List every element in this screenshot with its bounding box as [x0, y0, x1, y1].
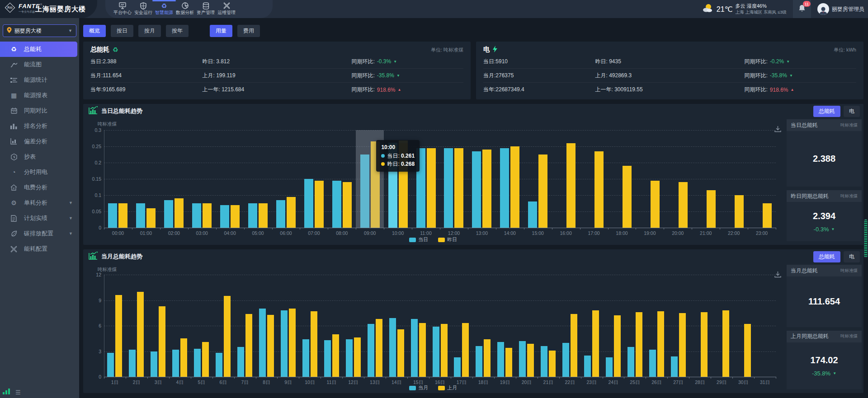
bar-上月-22日[interactable]: [571, 314, 577, 377]
bar-昨日-11:00[interactable]: [427, 148, 436, 228]
nav-item-资产管理[interactable]: 资产管理: [195, 0, 216, 18]
bar-上月-11日[interactable]: [332, 334, 339, 377]
green-steps-icon[interactable]: [3, 388, 10, 396]
tab-概览[interactable]: 概览: [83, 25, 106, 37]
bar-昨日-12:00[interactable]: [454, 148, 463, 228]
bar-昨日-22:00[interactable]: [735, 195, 744, 228]
tab-费用[interactable]: 费用: [237, 25, 260, 37]
bar-当日-07:00[interactable]: [304, 179, 313, 228]
bar-上月-30日[interactable]: [744, 324, 751, 377]
bar-当日-14:00[interactable]: [500, 148, 509, 228]
bar-上月-8日[interactable]: [267, 315, 274, 377]
bar-上月-1日[interactable]: [115, 295, 122, 377]
bar-上月-18日[interactable]: [484, 339, 491, 377]
bar-当月-4日[interactable]: [172, 350, 179, 377]
bar-昨日-00:00[interactable]: [118, 203, 127, 228]
bar-上月-24日[interactable]: [614, 315, 621, 377]
tab-用量[interactable]: 用量: [210, 25, 232, 37]
sidebar-item-抄表[interactable]: 抄表: [0, 149, 79, 164]
bar-昨日-03:00[interactable]: [203, 203, 212, 228]
download-icon[interactable]: [774, 271, 781, 280]
bar-上月-2日[interactable]: [137, 292, 144, 377]
bar-当月-1日[interactable]: [107, 353, 114, 377]
tab-按年[interactable]: 按年: [166, 25, 189, 37]
bar-当月-7日[interactable]: [237, 347, 244, 377]
section-button-总能耗[interactable]: 总能耗: [813, 251, 840, 262]
bar-上月-25日[interactable]: [636, 312, 642, 377]
bar-当月-3日[interactable]: [151, 351, 157, 377]
bar-当月-27日[interactable]: [671, 356, 678, 377]
nav-item-安全运行[interactable]: 安全运行: [133, 0, 154, 18]
bar-昨日-16:00[interactable]: [566, 143, 576, 228]
bar-当月-9日[interactable]: [281, 310, 288, 377]
bar-上月-27日[interactable]: [679, 313, 686, 377]
bar-上月-20日[interactable]: [527, 344, 534, 377]
bar-当月-22日[interactable]: [562, 343, 569, 377]
bar-上月-3日[interactable]: [159, 306, 165, 377]
collapse-menu-icon[interactable]: ☰: [15, 389, 21, 396]
bar-上月-26日[interactable]: [657, 311, 664, 377]
bar-昨日-07:00[interactable]: [315, 181, 324, 228]
notification-bell-button[interactable]: 11: [793, 0, 811, 18]
bar-昨日-18:00[interactable]: [623, 166, 632, 228]
section-button-电[interactable]: 电: [844, 251, 860, 262]
bar-昨日-02:00[interactable]: [175, 198, 184, 228]
bar-当日-02:00[interactable]: [164, 200, 173, 228]
sidebar-item-总能耗[interactable]: ♻总能耗: [0, 42, 77, 57]
bar-当日-04:00[interactable]: [220, 205, 229, 228]
user-menu[interactable]: 丽婴房管理员: [817, 3, 864, 15]
bar-上月-23日[interactable]: [592, 310, 599, 377]
bar-当日-08:00[interactable]: [332, 181, 341, 228]
bar-当月-8日[interactable]: [259, 309, 266, 377]
bar-当月-18日[interactable]: [476, 346, 482, 377]
legend-item-上月[interactable]: 上月: [438, 384, 457, 391]
bar-上月-9日[interactable]: [289, 309, 296, 377]
bar-当日-12:00[interactable]: [444, 148, 453, 228]
bar-当日-13:00[interactable]: [472, 151, 481, 228]
sidebar-item-偏差分析[interactable]: 偏差分析: [0, 134, 79, 149]
bar-当月-19日[interactable]: [497, 342, 504, 377]
bar-上月-28日[interactable]: [701, 312, 708, 377]
bar-昨日-15:00[interactable]: [538, 155, 547, 228]
bar-上月-14日[interactable]: [397, 329, 404, 377]
building-selector[interactable]: 丽婴房大楼 ▼: [3, 24, 76, 37]
bar-当月-26日[interactable]: [649, 350, 656, 377]
nav-item-数据分析[interactable]: 数据分析: [175, 0, 195, 18]
bar-当日-03:00[interactable]: [192, 203, 201, 228]
sidebar-item-能源统计[interactable]: 能源统计: [0, 72, 79, 88]
nav-item-平台中心[interactable]: 平台中心: [112, 0, 133, 18]
bar-当月-20日[interactable]: [519, 341, 526, 377]
tab-按日[interactable]: 按日: [111, 25, 133, 37]
bar-当月-21日[interactable]: [541, 346, 547, 377]
legend-item-当月[interactable]: 当月: [409, 384, 428, 391]
bar-上月-21日[interactable]: [549, 351, 556, 377]
sidebar-item-电费分析[interactable]: 电费分析: [0, 180, 79, 195]
sidebar-item-能流图[interactable]: 能流图: [0, 57, 79, 72]
bar-上月-10日[interactable]: [311, 311, 317, 377]
bar-上月-16日[interactable]: [441, 324, 448, 377]
bar-当月-17日[interactable]: [454, 357, 461, 377]
sidebar-item-分时用电[interactable]: ◔分时用电: [0, 164, 79, 180]
bar-当日-05:00[interactable]: [248, 203, 257, 228]
bar-当月-14日[interactable]: [389, 318, 396, 377]
bar-昨日-06:00[interactable]: [287, 197, 296, 228]
bar-当月-25日[interactable]: [627, 347, 634, 377]
sidebar-item-计划实绩[interactable]: 计划实绩▼: [0, 211, 79, 226]
bar-昨日-13:00[interactable]: [482, 150, 491, 228]
bar-昨日-08:00[interactable]: [343, 182, 352, 228]
bar-上月-12日[interactable]: [354, 337, 361, 377]
bar-当月-6日[interactable]: [216, 353, 222, 377]
bar-上月-15日[interactable]: [419, 323, 426, 377]
bar-当月-2日[interactable]: [129, 350, 136, 377]
sidebar-item-碳排放配置[interactable]: 碳排放配置▼: [0, 226, 79, 241]
sidebar-item-单耗分析[interactable]: ⚙单耗分析▼: [0, 195, 79, 211]
bar-上月-7日[interactable]: [245, 314, 252, 377]
nav-item-运维管理[interactable]: 运维管理: [216, 0, 237, 18]
legend-item-昨日[interactable]: 昨日: [438, 236, 457, 243]
bar-昨日-01:00[interactable]: [146, 208, 156, 228]
bar-上月-17日[interactable]: [462, 323, 469, 377]
bar-昨日-04:00[interactable]: [231, 205, 240, 228]
sidebar-item-能源报表[interactable]: ▦能源报表: [0, 88, 79, 103]
section-button-电[interactable]: 电: [844, 106, 860, 117]
nav-item-智慧能源[interactable]: ♻智慧能源: [154, 0, 175, 18]
